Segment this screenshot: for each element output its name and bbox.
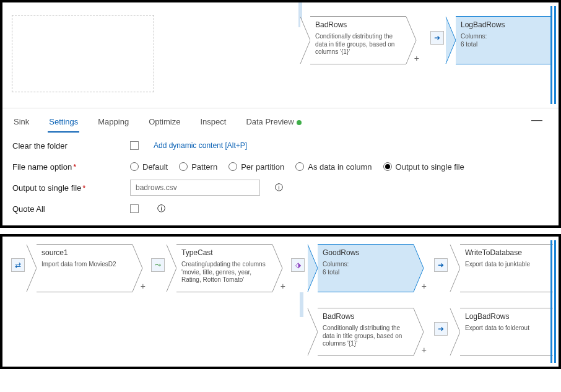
source-icon: ⇄ (11, 258, 25, 272)
node-typecast[interactable]: TypeCast Creating/updating the columns '… (166, 244, 283, 292)
required-icon: * (73, 162, 76, 172)
chevron-left-icon (450, 308, 461, 356)
placeholder-box (12, 15, 154, 92)
fno-label: File name option (12, 162, 72, 172)
clear-folder-label: Clear the folder (12, 141, 130, 150)
chevron-left-icon (445, 16, 456, 64)
status-dot-icon (297, 120, 302, 125)
node-desc: Import data from MoviesD2 (41, 261, 128, 269)
node-title: WriteToDatabase (465, 248, 548, 257)
connector (300, 292, 303, 317)
chevron-left-icon (300, 16, 311, 64)
selection-bar (550, 240, 552, 363)
flow-canvas-bottom: ⇄ source1 Import data from MoviesD2 + ⤳ … (2, 237, 559, 367)
tab-mapping[interactable]: Mapping (97, 113, 130, 133)
plus-icon[interactable]: + (422, 345, 427, 355)
chevron-left-icon (166, 244, 177, 292)
node-desc: Conditionally distributing the data in t… (315, 33, 401, 56)
tab-bar: Sink Settings Mapping Optimize Inspect D… (2, 108, 559, 133)
file-name-option-group: Default Pattern Per partition As data in… (130, 162, 549, 172)
panel-top: BadRows Conditionally distributing the d… (0, 0, 561, 228)
selection-bar (554, 240, 556, 363)
single-file-label: Output to single file (12, 183, 81, 193)
quote-all-label: Quote All (12, 204, 130, 214)
radio-pattern[interactable]: Pattern (179, 162, 217, 172)
node-desc: Export data to folderout (465, 324, 548, 333)
columns-label: Columns: (461, 33, 487, 40)
tab-optimize[interactable]: Optimize (147, 113, 181, 133)
node-title: BadRows (315, 20, 401, 29)
quote-all-checkbox[interactable] (130, 204, 139, 213)
info-icon[interactable]: ⓘ (275, 182, 283, 193)
single-file-input[interactable] (130, 180, 260, 196)
node-logbadrows-2[interactable]: LogBadRows Export data to folderout (450, 308, 553, 356)
node-source1[interactable]: source1 Import data from MoviesD2 + (26, 244, 143, 292)
node-desc: Export data to junktable (465, 261, 548, 269)
radio-per-partition[interactable]: Per partition (228, 162, 284, 172)
node-desc: Creating/updating the columns 'movie, ti… (181, 261, 267, 284)
split-icon: ⬗ (291, 258, 305, 272)
required-icon: * (82, 183, 85, 193)
tab-sink[interactable]: Sink (12, 113, 30, 133)
chevron-left-icon (26, 244, 37, 292)
columns-value: 6 total (323, 269, 339, 276)
plus-icon[interactable]: + (280, 281, 285, 291)
sink-icon: ➜ (430, 31, 444, 45)
settings-form: Clear the folder Add dynamic content [Al… (2, 133, 559, 225)
flow-canvas-top: BadRows Conditionally distributing the d… (2, 2, 559, 108)
node-goodrows[interactable]: GoodRows Columns:6 total + (307, 244, 424, 292)
node-title: TypeCast (181, 248, 267, 257)
node-title: GoodRows (323, 248, 409, 257)
add-dynamic-link[interactable]: Add dynamic content [Alt+P] (154, 141, 247, 150)
collapse-icon[interactable]: — (531, 113, 549, 133)
node-badrows[interactable]: BadRows Conditionally distributing the d… (300, 16, 417, 64)
info-icon[interactable]: ⓘ (157, 203, 165, 214)
selection-bar (554, 6, 556, 104)
tab-data-preview[interactable]: Data Preview (245, 113, 302, 133)
panel-bottom: ⇄ source1 Import data from MoviesD2 + ⤳ … (0, 234, 561, 369)
clear-folder-checkbox[interactable] (130, 141, 139, 150)
radio-default[interactable]: Default (130, 162, 168, 172)
derived-column-icon: ⤳ (151, 258, 165, 272)
radio-single-file[interactable]: Output to single file (383, 162, 464, 172)
chevron-left-icon (307, 244, 318, 292)
node-logbadrows[interactable]: LogBadRows Columns: 6 total (445, 16, 552, 64)
node-desc: Conditionally distributing the data in t… (323, 324, 409, 348)
node-title: LogBadRows (465, 312, 548, 321)
node-title: LogBadRows (461, 20, 547, 29)
plus-icon[interactable]: + (422, 281, 427, 291)
chevron-left-icon (307, 308, 318, 356)
node-title: BadRows (323, 312, 409, 321)
node-title: source1 (41, 248, 128, 257)
selection-bar (550, 6, 552, 104)
node-badrows-2[interactable]: BadRows Conditionally distributing the d… (307, 308, 424, 356)
plus-icon[interactable]: + (414, 53, 419, 63)
sink-icon: ➜ (434, 322, 448, 336)
plus-icon[interactable]: + (141, 281, 146, 291)
tab-inspect[interactable]: Inspect (199, 113, 227, 133)
node-writedb[interactable]: WriteToDatabase Export data to junktable (450, 244, 553, 292)
sink-icon: ➜ (434, 258, 448, 272)
columns-value: 6 total (461, 41, 477, 48)
tab-settings[interactable]: Settings (48, 113, 79, 133)
columns-label: Columns: (323, 261, 349, 268)
radio-as-data[interactable]: As data in column (295, 162, 372, 172)
chevron-left-icon (450, 244, 461, 292)
